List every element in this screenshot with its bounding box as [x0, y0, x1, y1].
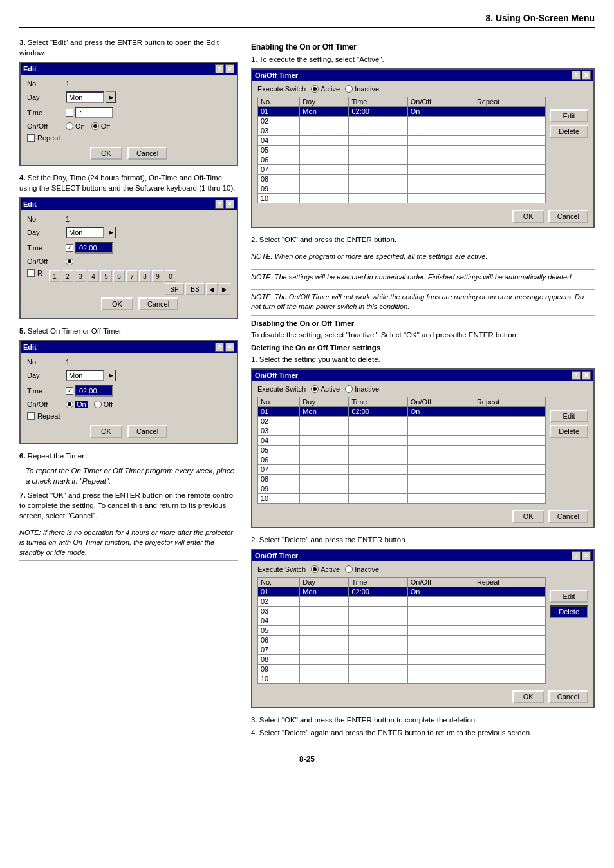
repeat-label-3: Repeat [37, 412, 60, 420]
num-9[interactable]: 9 [152, 270, 163, 282]
execute-switch-3: Execute Switch Active Inactive [257, 565, 588, 573]
table-row-highlighted-1[interactable]: 01 Mon 02:00 On [258, 107, 546, 117]
table-row-03-2: 03 [258, 426, 546, 435]
inactive-radio-2[interactable]: Inactive [345, 385, 379, 393]
time-checkbox-1[interactable] [66, 109, 73, 117]
col-day-2: Day [300, 397, 349, 406]
timer-3-close[interactable]: ✕ [582, 551, 591, 560]
num-2[interactable]: 2 [62, 270, 73, 282]
help-btn-2[interactable]: ? [215, 200, 224, 209]
no-label: No. [27, 80, 66, 88]
ok-btn-1[interactable]: OK [90, 147, 122, 160]
r-checkbox[interactable]: R [27, 269, 46, 277]
num-8[interactable]: 8 [139, 270, 151, 282]
day-dropdown-2[interactable]: Mon ▶ [66, 227, 116, 238]
timer-1-close[interactable]: ✕ [582, 71, 591, 80]
cancel-btn-1[interactable]: Cancel [127, 147, 167, 160]
sp-btn[interactable]: SP [165, 283, 184, 295]
table-row-highlighted-3[interactable]: 01 Mon 02:00 On [258, 587, 546, 597]
table-row-08-2: 08 [258, 474, 546, 484]
day-arrow[interactable]: ▶ [106, 91, 116, 103]
col-onoff-3: On/Off [407, 578, 474, 587]
delete-btn-3[interactable]: Delete [550, 605, 588, 618]
timer-table-2: No. Day Time On/Off Repeat 0 [257, 397, 546, 504]
timer-3-help[interactable]: ? [572, 551, 581, 560]
table-row-06-3: 06 [258, 636, 546, 645]
left-column: 3. Select "Edit" and press the ENTER but… [19, 37, 238, 742]
timer-dialog-1-title: On/Off Timer [255, 71, 298, 79]
active-radio-3[interactable]: Active [311, 565, 340, 573]
delete-btn-1[interactable]: Delete [550, 125, 588, 138]
active-radio-1[interactable]: Active [311, 85, 340, 93]
radio-off-1[interactable]: Off [91, 122, 110, 130]
right-step3-4: 4. Select "Delete" again and press the E… [251, 728, 595, 738]
table-row-07-2: 07 [258, 464, 546, 474]
close-btn-3[interactable]: ✕ [225, 343, 234, 352]
ok-btn-3[interactable]: OK [90, 425, 122, 438]
radio-on-1[interactable]: On [66, 122, 85, 130]
delete-btn-2[interactable]: Delete [550, 425, 588, 438]
timer-1-btns: ? ✕ [572, 71, 591, 80]
radio-on-3[interactable]: On [66, 401, 88, 408]
num-6[interactable]: 6 [113, 270, 125, 282]
repeat-checkbox-1[interactable]: Repeat [27, 134, 230, 142]
bs-btn[interactable]: BS [185, 283, 205, 295]
edit-dialog-2-titlebar: Edit ? ✕ [21, 198, 237, 210]
num-3[interactable]: 3 [75, 270, 86, 282]
day-arrow-3[interactable]: ▶ [106, 370, 116, 381]
timer-ok-3[interactable]: OK [512, 690, 544, 703]
timer-cancel-2[interactable]: Cancel [548, 510, 588, 523]
table-row-highlighted-2[interactable]: 01 Mon 02:00 On [258, 406, 546, 416]
day-arrow-2[interactable]: ▶ [106, 227, 116, 238]
step4-text: 4. Set the Day, Time (24 hours format), … [19, 173, 238, 193]
help-btn-3[interactable]: ? [215, 343, 224, 352]
day-dropdown-3[interactable]: Mon ▶ [66, 370, 116, 381]
close-btn-2[interactable]: ✕ [225, 200, 234, 209]
day-dropdown[interactable]: Mon ▶ [66, 91, 116, 103]
execute-label-3: Execute Switch [257, 565, 306, 573]
num-5[interactable]: 5 [100, 270, 112, 282]
inactive-radio-1[interactable]: Inactive [345, 85, 379, 93]
time-row-2: Time 02:00 [27, 242, 230, 254]
onoff-area [66, 258, 73, 265]
num-4[interactable]: 4 [88, 270, 99, 282]
row1-onoff-3: On [407, 587, 474, 597]
time-label-1: Time [27, 109, 66, 117]
timer-dialog-1-body: Execute Switch Active Inactive [252, 81, 593, 227]
row1-no-2: 01 [258, 406, 300, 416]
timer-cancel-3[interactable]: Cancel [548, 690, 588, 703]
time-checkbox-3[interactable] [66, 387, 73, 395]
inactive-radio-3[interactable]: Inactive [345, 565, 379, 573]
num-7[interactable]: 7 [126, 270, 138, 282]
radio-off-3[interactable]: Off [94, 401, 113, 408]
timer-ok-1[interactable]: OK [512, 210, 544, 223]
day-label-2: Day [27, 229, 66, 236]
cancel-btn-2[interactable]: Cancel [138, 297, 178, 310]
edit-btn-3[interactable]: Edit [550, 590, 588, 603]
inactive-dot-2 [345, 385, 353, 393]
help-btn[interactable]: ? [215, 64, 224, 73]
num-1[interactable]: 1 [49, 270, 60, 282]
repeat-checkbox-3[interactable]: Repeat [27, 412, 230, 420]
right-btn[interactable]: ▶ [219, 283, 230, 295]
close-btn[interactable]: ✕ [225, 64, 234, 73]
num-0[interactable]: 0 [165, 270, 176, 282]
onoff-row-1: On/Off On Off [27, 122, 230, 130]
timer-1-help[interactable]: ? [572, 71, 581, 80]
active-label-3: Active [321, 565, 340, 573]
timer-cancel-1[interactable]: Cancel [548, 210, 588, 223]
row1-onoff-2: On [407, 406, 474, 416]
active-radio-2[interactable]: Active [311, 385, 340, 393]
edit-btn-2[interactable]: Edit [550, 410, 588, 422]
cancel-btn-3[interactable]: Cancel [127, 425, 167, 438]
table-row-06-2: 06 [258, 455, 546, 464]
timer-2-close[interactable]: ✕ [582, 371, 591, 380]
edit-btn-1[interactable]: Edit [550, 109, 588, 122]
timer-ok-2[interactable]: OK [512, 510, 544, 523]
timer-2-help[interactable]: ? [572, 371, 581, 380]
ok-btn-2[interactable]: OK [101, 297, 133, 310]
time-label-3: Time [27, 387, 66, 395]
edit-dialog-3: Edit ? ✕ No. 1 Day Mon ▶ [19, 340, 238, 444]
time-checkbox-2[interactable] [66, 244, 73, 252]
left-btn[interactable]: ◀ [206, 283, 218, 295]
